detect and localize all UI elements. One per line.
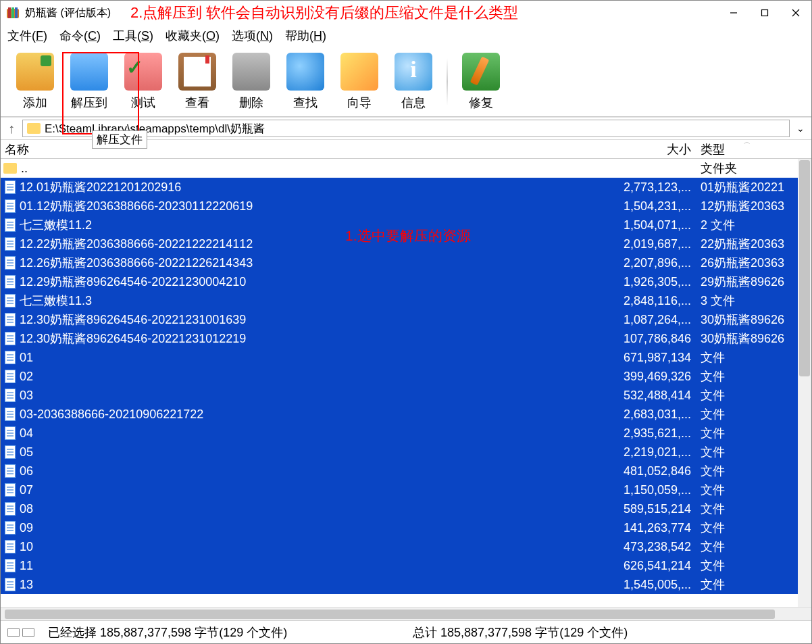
file-row[interactable]: 12.01奶瓶酱202212012029162,773,123,...01奶瓶酱…	[1, 178, 798, 197]
file-size: 626,541,214	[613, 559, 696, 573]
file-row[interactable]: 01671,987,134文件	[1, 348, 798, 367]
file-size: 2,019,687,...	[613, 237, 696, 251]
file-type: 26奶瓶酱20363	[696, 255, 798, 271]
minimize-button[interactable]	[718, 1, 749, 25]
file-icon	[5, 370, 16, 383]
view-button[interactable]: 查看	[172, 50, 222, 114]
test-button[interactable]: 测试	[118, 50, 168, 114]
svg-rect-5	[762, 10, 768, 16]
find-button[interactable]: 查找	[280, 50, 330, 114]
file-icon	[5, 521, 16, 535]
file-name: 02	[20, 370, 613, 384]
file-icon	[5, 389, 16, 402]
file-icon	[5, 180, 16, 194]
file-type: 文件	[696, 558, 798, 574]
header-size[interactable]: 大小	[613, 141, 696, 157]
repair-button[interactable]: 修复	[456, 50, 506, 114]
file-size: 141,263,774	[613, 521, 696, 535]
close-button[interactable]	[780, 1, 811, 25]
file-type: 01奶瓶酱20221	[696, 179, 798, 195]
wizard-button[interactable]: 向导	[334, 50, 384, 114]
file-row[interactable]: 08589,515,214文件	[1, 499, 798, 518]
file-size: 1,926,305,...	[613, 275, 696, 289]
file-row[interactable]: 七三嫩模11.32,848,116,...3 文件	[1, 291, 798, 310]
scrollbar-thumb[interactable]	[5, 610, 775, 619]
file-type: 文件	[696, 463, 798, 479]
file-type: 文件	[696, 406, 798, 422]
file-type: 2 文件	[696, 217, 798, 233]
file-name: 12.01奶瓶酱20221201202916	[20, 179, 613, 195]
file-row[interactable]: 01.12奶瓶酱2036388666-202301122206191,504,2…	[1, 197, 798, 216]
wizard-icon	[340, 53, 378, 91]
file-name: 七三嫩模11.2	[20, 217, 613, 233]
file-type: 30奶瓶酱89626	[696, 330, 798, 347]
extract-button[interactable]: 解压到	[64, 50, 114, 114]
file-row[interactable]: 06481,052,846文件	[1, 462, 798, 480]
file-row[interactable]: 071,150,059,...文件	[1, 480, 798, 499]
file-type: 文件	[696, 368, 798, 385]
sort-indicator-icon: ︿	[744, 137, 751, 147]
file-icon	[5, 237, 16, 251]
file-size: 1,504,071,...	[613, 218, 696, 232]
menu-commands[interactable]: 命令(C)	[59, 28, 101, 44]
parent-folder-row[interactable]: .. 文件夹	[1, 159, 798, 178]
file-name: 07	[20, 483, 613, 497]
file-name: ..	[21, 162, 613, 176]
statusbar: 已经选择 185,887,377,598 字节(129 个文件) 总计 185,…	[1, 620, 811, 643]
file-name: 01	[20, 351, 613, 365]
file-name: 12.30奶瓶酱896264546-20221231012219	[20, 330, 613, 347]
menu-options[interactable]: 选项(N)	[232, 28, 273, 44]
file-size: 2,683,031,...	[613, 407, 696, 422]
file-row[interactable]: 10473,238,542文件	[1, 537, 798, 556]
file-name: 05	[20, 445, 613, 460]
file-row[interactable]: 12.30奶瓶酱896264546-202212310016391,087,26…	[1, 310, 798, 329]
toolbar-separator	[447, 58, 448, 105]
file-row[interactable]: 02399,469,326文件	[1, 367, 798, 386]
extract-icon	[70, 53, 108, 91]
file-name: 03	[20, 389, 613, 403]
file-row[interactable]: 03532,488,414文件	[1, 386, 798, 405]
up-button[interactable]: ↑	[3, 121, 20, 137]
status-selected: 已经选择 185,887,377,598 字节(129 个文件)	[41, 624, 406, 641]
scrollbar-thumb[interactable]	[799, 160, 810, 376]
vertical-scrollbar[interactable]	[798, 159, 811, 607]
path-dropdown[interactable]: ⌄	[792, 123, 809, 134]
file-row[interactable]: 042,935,621,...文件	[1, 424, 798, 443]
file-icon	[5, 559, 16, 572]
menu-tools[interactable]: 工具(S)	[113, 28, 153, 44]
file-row[interactable]: 12.30奶瓶酱896264546-20221231012219107,786,…	[1, 329, 798, 348]
file-row[interactable]: 052,219,021,...文件	[1, 443, 798, 462]
file-name: 08	[20, 502, 613, 516]
file-row[interactable]: 12.29奶瓶酱896264546-202212300042101,926,30…	[1, 272, 798, 291]
menu-favorites[interactable]: 收藏夹(O)	[166, 28, 220, 44]
delete-button[interactable]: 删除	[226, 50, 276, 114]
file-list-container: 1.选中要解压的资源 .. 文件夹 12.01奶瓶酱20221201202916…	[1, 159, 811, 607]
file-row[interactable]: 12.26奶瓶酱2036388666-202212262143432,207,8…	[1, 253, 798, 272]
file-type: 文件	[696, 387, 798, 403]
svg-rect-1	[8, 7, 11, 18]
titlebar[interactable]: 奶瓶酱 (评估版本) 2.点解压到 软件会自动识别没有后缀的压缩文件是什么类型	[1, 1, 811, 25]
menu-help[interactable]: 帮助(H)	[285, 28, 326, 44]
file-type: 文件	[696, 444, 798, 460]
menu-file[interactable]: 文件(F)	[7, 28, 47, 44]
header-type[interactable]: ︿类型	[696, 141, 798, 157]
maximize-button[interactable]	[749, 1, 780, 25]
file-type: 12奶瓶酱20363	[696, 198, 798, 214]
file-name: 10	[20, 540, 613, 554]
file-name: 01.12奶瓶酱2036388666-20230112220619	[20, 198, 613, 214]
file-row[interactable]: 131,545,005,...文件	[1, 575, 798, 594]
file-row[interactable]: 11626,541,214文件	[1, 556, 798, 575]
file-size: 589,515,214	[613, 502, 696, 516]
file-name: 12.22奶瓶酱2036388666-20221222214112	[20, 236, 613, 252]
file-row[interactable]: 03-2036388666-202109062217222,683,031,..…	[1, 405, 798, 424]
info-button[interactable]: 信息	[388, 50, 438, 114]
file-size: 532,488,414	[613, 389, 696, 403]
window-controls	[718, 1, 811, 25]
file-type: 文件	[696, 482, 798, 498]
file-size: 671,987,134	[613, 351, 696, 365]
file-row[interactable]: 09141,263,774文件	[1, 518, 798, 537]
horizontal-scrollbar[interactable]	[1, 607, 811, 620]
annotation-top: 2.点解压到 软件会自动识别没有后缀的压缩文件是什么类型	[130, 3, 518, 23]
add-button[interactable]: 添加	[10, 50, 60, 114]
file-type: 3 文件	[696, 293, 798, 309]
